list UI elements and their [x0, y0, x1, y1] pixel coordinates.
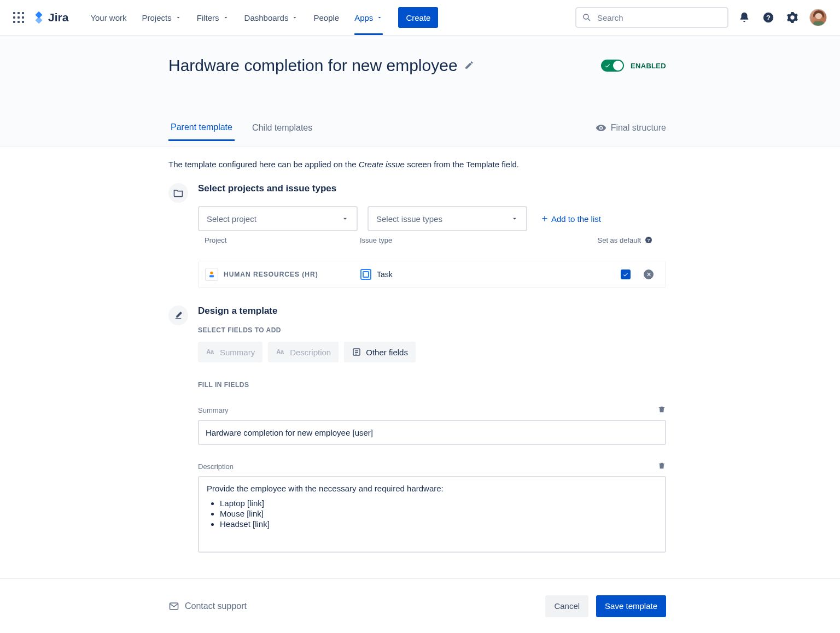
plus-icon	[540, 214, 549, 223]
nav-filters[interactable]: Filters	[191, 0, 235, 35]
page-title: Hardware completion for new employee	[168, 56, 458, 75]
enabled-toggle[interactable]	[601, 60, 624, 72]
chevron-down-icon	[291, 14, 298, 21]
list-item: Headset [link]	[220, 519, 657, 529]
select-issue-types-dropdown[interactable]: Select issue types	[368, 206, 527, 231]
delete-summary-icon[interactable]	[657, 405, 666, 415]
help-icon[interactable]: ?	[644, 236, 653, 244]
nav-apps[interactable]: Apps	[349, 0, 388, 35]
top-nav: Jira Your work Projects Filters Dashboar…	[0, 0, 840, 36]
section-projects-title: Select projects and issue types	[198, 183, 666, 194]
contact-support-link[interactable]: Contact support	[168, 601, 247, 612]
cancel-button[interactable]: Cancel	[545, 595, 588, 617]
issue-type-name: Task	[377, 270, 393, 279]
svg-text:?: ?	[648, 238, 650, 243]
app-switcher-icon[interactable]	[13, 12, 24, 23]
list-item: Mouse [link]	[220, 509, 657, 518]
search-input[interactable]	[596, 13, 722, 23]
edit-title-icon[interactable]	[464, 60, 474, 72]
select-fields-label: SELECT FIELDS TO ADD	[198, 326, 666, 334]
nav-projects[interactable]: Projects	[137, 0, 187, 35]
svg-line-1	[588, 19, 590, 21]
default-checkbox[interactable]	[621, 269, 631, 279]
nav-dashboards[interactable]: Dashboards	[239, 0, 304, 35]
project-row: HUMAN RESOURCES (HR) Task ✕	[199, 261, 666, 288]
chevron-down-icon	[341, 215, 349, 222]
column-default: Set as default	[598, 236, 641, 244]
text-icon: Aa	[206, 347, 215, 357]
summary-label: Summary	[198, 406, 229, 414]
settings-icon[interactable]	[785, 10, 800, 25]
task-icon	[360, 269, 371, 280]
svg-text:?: ?	[766, 14, 771, 22]
notifications-icon[interactable]	[737, 10, 751, 25]
jira-logo[interactable]: Jira	[32, 10, 68, 25]
check-icon	[604, 62, 611, 71]
description-editor[interactable]: Provide the employee with the necessary …	[198, 476, 666, 553]
project-avatar-icon	[205, 268, 218, 281]
brush-icon	[168, 306, 188, 325]
page-header: Hardware completion for new employee ENA…	[0, 36, 840, 146]
save-template-button[interactable]: Save template	[596, 595, 666, 617]
summary-input[interactable]	[198, 420, 666, 445]
remove-row-icon[interactable]: ✕	[644, 269, 654, 279]
chip-summary: Aa Summary	[198, 342, 262, 362]
nav-items: Your work Projects Filters Dashboards Pe…	[85, 0, 388, 35]
create-button[interactable]: Create	[398, 7, 438, 28]
chevron-down-icon	[175, 14, 182, 21]
delete-description-icon[interactable]	[657, 461, 666, 472]
search-icon	[582, 13, 592, 22]
svg-rect-5	[813, 21, 824, 26]
svg-text:Aa: Aa	[277, 348, 284, 355]
eye-icon	[596, 122, 606, 133]
footer: Contact support Cancel Save template	[0, 578, 840, 633]
chevron-down-icon	[511, 215, 518, 222]
column-issue-type: Issue type	[360, 236, 548, 244]
nav-your-work[interactable]: Your work	[85, 0, 132, 35]
select-project-dropdown[interactable]: Select project	[198, 206, 358, 231]
section-design-title: Design a template	[198, 306, 666, 317]
tab-parent-template[interactable]: Parent template	[168, 122, 235, 141]
list-item: Laptop [link]	[220, 499, 657, 508]
svg-point-0	[584, 14, 588, 19]
chip-description: Aa Description	[268, 342, 339, 362]
add-to-list-link[interactable]: Add to the list	[540, 214, 601, 224]
description-label: Description	[198, 462, 234, 471]
intro-text: The template configured here can be appl…	[168, 160, 666, 169]
toggle-label: ENABLED	[631, 62, 666, 70]
tab-child-templates[interactable]: Child templates	[250, 123, 314, 140]
product-name: Jira	[48, 11, 68, 24]
project-name: HUMAN RESOURCES (HR)	[224, 271, 318, 278]
list-icon	[352, 347, 361, 357]
chevron-down-icon	[376, 14, 383, 21]
nav-people[interactable]: People	[308, 0, 345, 35]
chip-other-fields[interactable]: Other fields	[344, 342, 416, 362]
folder-icon	[168, 183, 188, 203]
chevron-down-icon	[223, 14, 229, 21]
svg-rect-9	[209, 275, 214, 277]
user-avatar[interactable]	[809, 9, 827, 26]
svg-point-8	[210, 272, 213, 274]
svg-text:Aa: Aa	[207, 348, 214, 355]
column-project: Project	[205, 236, 360, 244]
help-icon[interactable]: ?	[761, 10, 775, 25]
fill-fields-label: FILL IN FIELDS	[198, 381, 666, 389]
search-box[interactable]	[575, 7, 728, 28]
mail-icon	[168, 601, 179, 612]
final-structure-link[interactable]: Final structure	[596, 122, 666, 141]
text-icon: Aa	[276, 347, 285, 357]
